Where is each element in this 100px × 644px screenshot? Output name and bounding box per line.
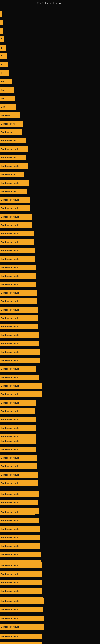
bar-item: Bottleneck result — [0, 282, 36, 287]
bar-item: Bottleneck — [0, 130, 22, 135]
bar-item: Bottleneck result — [0, 509, 35, 515]
bar-label: Bottleneck result — [1, 258, 19, 260]
bar-item: Bottleneck result — [0, 526, 40, 532]
bar-item: Bottleneck result — [0, 535, 40, 540]
bar-item: Bottleneck result — [0, 298, 37, 304]
bar-item: Bottleneck result — [0, 307, 38, 312]
bar-item: Bottleneck re — [0, 172, 24, 177]
bar-item: Bottlenec — [0, 112, 20, 118]
bar-label: Bottleneck result — [1, 465, 19, 468]
bar-label: Bottleneck result — [1, 582, 19, 584]
bar-label: Bottleneck result — [1, 342, 19, 345]
bar-item: B — [0, 70, 9, 76]
bar-item: Bottleneck result — [0, 580, 42, 586]
bar-label: Bottleneck result — [1, 393, 19, 396]
bar-item: B — [0, 45, 6, 50]
bar-label: Bottleneck result — [1, 573, 19, 575]
bar-label: Bottleneck result — [1, 182, 19, 184]
bar-item: Bottleneck result — [0, 290, 37, 296]
bar-item: Bottleneck result — [0, 543, 40, 549]
site-title: TheBottlenecker.com — [37, 2, 63, 5]
bar-item: Bottleneck result — [0, 180, 29, 186]
bar-label: Bottleneck result — [1, 199, 19, 201]
bar-item: Bottleneck result — [0, 500, 38, 505]
bar-label: Bottleneck result — [1, 545, 19, 547]
bar-label: Bottleneck result — [1, 493, 19, 495]
bar-label: Bottleneck result — [1, 216, 19, 218]
bar-label: Bottleneck result — [1, 617, 19, 620]
bar-item: Bottleneck result — [0, 616, 44, 621]
bar-label: Bottleneck — [1, 131, 12, 134]
bar-label: Bottleneck result — [1, 292, 19, 294]
bar-item: Bottleneck result — [0, 341, 39, 346]
bar-label: Bott — [1, 97, 5, 100]
bar-label: Bottleneck result — [1, 553, 19, 556]
bar-item: Bottleneck result — [0, 374, 39, 380]
bar-item: Bottleneck result — [0, 408, 35, 414]
bar-item: Bottleneck result — [0, 366, 36, 372]
bar-label: Bottleneck result — [1, 635, 19, 638]
bar-item: Bottleneck result — [0, 392, 42, 397]
bar-label: Bottleneck result — [1, 275, 19, 277]
bar-label: Bottleneck result — [1, 283, 19, 286]
bar-label: Bottleneck result — [1, 520, 19, 522]
bar-label: B — [1, 46, 2, 49]
bar-label: Bottleneck result — [1, 474, 19, 476]
bar-item: Bottleneck result — [0, 417, 36, 422]
bar-item: Bottleneck result — [0, 265, 36, 270]
bar-item: Bottleneck result — [0, 146, 28, 152]
bar-item: Bottleneck result — [0, 163, 28, 169]
bar-item: Bottleneck resu — [0, 138, 26, 144]
bar-label: Bottleneck result — [1, 148, 19, 150]
bar-label: Bottleneck re — [1, 173, 15, 176]
bar-label: Bottleneck result — [1, 511, 19, 514]
bar-label: Bottleneck result — [1, 241, 19, 243]
bar-item: Bottleneck resu — [0, 188, 27, 194]
bar-item — [0, 11, 1, 17]
bar-label: Bottleneck result — [1, 600, 19, 602]
bar-item: Bottleneck result — [0, 315, 38, 321]
bar-label: Bottleneck result — [1, 384, 19, 387]
bar-label: B — [1, 38, 2, 40]
bar-item: Bottleneck result — [0, 358, 40, 363]
bar-item: Bottleneck result — [0, 491, 39, 497]
bar-label: Bottleneck result — [1, 266, 19, 269]
bar-item: Bottleneck result — [0, 588, 42, 594]
bar-item: Bottleneck result — [0, 472, 38, 478]
bar-label: Bo — [1, 80, 4, 83]
bar-label: Bottleneck result — [1, 427, 19, 429]
bar-label: Bottleneck result — [1, 351, 19, 353]
bar-label: Bottleneck result — [1, 590, 19, 592]
bar-item: Bottleneck result — [0, 206, 30, 211]
bar-label: Bottleneck result — [1, 326, 19, 328]
bar-label: Bottleneck resu — [1, 190, 17, 192]
bar-item — [0, 28, 3, 34]
bar-item: Bottleneck result — [0, 231, 34, 236]
bar-label: Bottleneck result — [1, 368, 19, 370]
bar-label: Bottleneck result — [1, 165, 19, 167]
bar-item: Bottleneck result — [0, 455, 37, 461]
bar-label: Bottleneck result — [1, 448, 19, 450]
bar-item: Bottleneck result — [0, 446, 36, 452]
bar-item: Bottleneck result — [0, 197, 30, 203]
bar-item: Bottleneck result — [0, 349, 40, 355]
bar-item: B — [0, 36, 4, 42]
bar-item: Bottleneck result — [0, 332, 39, 338]
bar-item: Bottleneck result — [0, 598, 44, 604]
bar-label: Bottleneck re — [1, 122, 15, 125]
bar-item: Bott — [0, 104, 16, 110]
bar-label: Bott — [1, 106, 5, 108]
bar-label: Bottleneck result — [1, 564, 19, 566]
bar-item: Bottleneck result — [0, 324, 38, 330]
bar-item: Bottleneck result — [0, 571, 42, 577]
bar-item: Bottleneck result — [0, 518, 39, 524]
bar-item: Bottleneck re — [0, 121, 23, 126]
bar-item: Bottleneck result — [0, 400, 36, 406]
bar-label: Bottleneck result — [1, 317, 19, 320]
bar-item: Bottleneck result — [0, 222, 32, 228]
bar-item: B — [0, 62, 8, 68]
bar-label: Bottlenec — [1, 114, 11, 116]
bar-label: Bott — [1, 89, 5, 91]
bar-label: Bottleneck result — [1, 376, 19, 378]
bar-item: Bottleneck result — [0, 624, 44, 630]
